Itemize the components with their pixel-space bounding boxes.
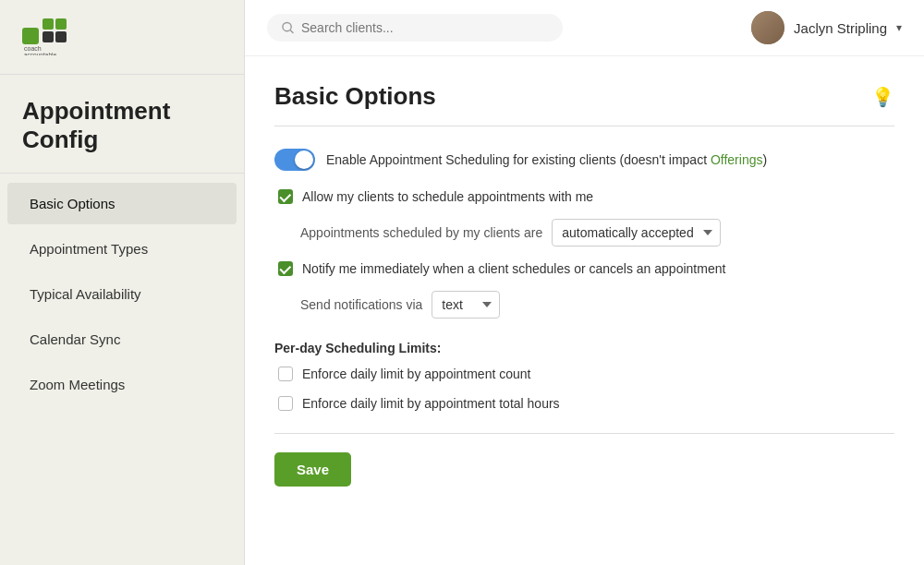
toggle-knob	[295, 150, 313, 169]
svg-rect-3	[43, 31, 54, 42]
svg-text:accountable: accountable	[24, 52, 56, 55]
per-day-title: Per-day Scheduling Limits:	[274, 341, 894, 355]
svg-rect-2	[55, 18, 67, 30]
enforce-count-label: Enforce daily limit by appointment count	[302, 367, 530, 381]
notify-label: Notify me immediately when a client sche…	[302, 261, 725, 276]
sidebar-item-calendar-sync[interactable]: Calendar Sync	[7, 319, 237, 360]
notify-row: Notify me immediately when a client sche…	[274, 261, 894, 276]
allow-clients-label: Allow my clients to schedule appointment…	[302, 189, 593, 204]
content-header: Basic Options 💡	[274, 82, 894, 111]
save-button[interactable]: Save	[274, 452, 351, 487]
sidebar-item-basic-options[interactable]: Basic Options	[7, 183, 237, 224]
sidebar-item-typical-availability[interactable]: Typical Availability	[7, 273, 237, 315]
enforce-hours-row: Enforce daily limit by appointment total…	[274, 396, 894, 411]
appointments-scheduled-dropdown[interactable]: automatically acceptedmanually acceptedp…	[552, 219, 721, 246]
enable-scheduling-toggle[interactable]	[274, 149, 315, 171]
sidebar-page-title: Appointment Config	[0, 75, 244, 174]
search-icon	[282, 21, 294, 34]
enforce-hours-checkbox[interactable]	[278, 396, 293, 411]
enable-scheduling-label: Enable Appointment Scheduling for existi…	[326, 152, 767, 167]
enable-label-after: )	[762, 152, 767, 167]
chevron-down-icon: ▾	[896, 21, 902, 34]
enable-label-before: Enable Appointment Scheduling for existi…	[326, 152, 711, 167]
avatar	[751, 11, 784, 44]
header-divider	[274, 126, 894, 126]
appointments-scheduled-label: Appointments scheduled by my clients are	[300, 225, 542, 240]
enforce-hours-label: Enforce daily limit by appointment total…	[302, 396, 560, 411]
enforce-count-row: Enforce daily limit by appointment count	[274, 367, 894, 381]
user-area[interactable]: Jaclyn Stripling ▾	[751, 11, 902, 44]
svg-line-8	[290, 30, 293, 33]
search-input[interactable]	[301, 20, 548, 35]
search-area[interactable]	[267, 14, 563, 42]
sidebar-item-zoom-meetings[interactable]: Zoom Meetings	[7, 364, 237, 405]
enforce-count-checkbox[interactable]	[278, 367, 293, 381]
svg-rect-1	[43, 18, 54, 30]
send-notifications-dropdown[interactable]: textemailboth	[432, 291, 500, 319]
footer-divider	[274, 433, 894, 434]
notify-checkbox[interactable]	[278, 261, 293, 276]
sidebar: coach accountable Appointment Config Bas…	[0, 0, 245, 565]
offerings-link[interactable]: Offerings	[711, 152, 763, 167]
per-day-checkboxes: Enforce daily limit by appointment count…	[274, 367, 894, 411]
main-content: Jaclyn Stripling ▾ Basic Options 💡 Enabl…	[245, 0, 924, 565]
logo-icon: coach accountable	[22, 18, 68, 55]
svg-rect-4	[55, 31, 67, 42]
page-title: Basic Options	[274, 82, 436, 111]
form-section: Enable Appointment Scheduling for existi…	[274, 149, 894, 411]
logo-area: coach accountable	[0, 0, 244, 75]
user-name: Jaclyn Stripling	[794, 20, 887, 36]
content-area: Basic Options 💡 Enable Appointment Sched…	[245, 56, 924, 565]
enable-scheduling-row: Enable Appointment Scheduling for existi…	[274, 149, 894, 171]
allow-clients-row: Allow my clients to schedule appointment…	[274, 189, 894, 204]
send-notifications-label: Send notifications via	[300, 297, 422, 312]
appointments-scheduled-row: Appointments scheduled by my clients are…	[274, 219, 894, 246]
avatar-image	[751, 11, 784, 44]
allow-clients-checkbox[interactable]	[278, 189, 293, 204]
send-notifications-row: Send notifications via textemailboth	[274, 291, 894, 319]
sidebar-nav: Basic OptionsAppointment TypesTypical Av…	[0, 174, 244, 415]
svg-rect-0	[22, 28, 39, 44]
svg-text:coach: coach	[24, 45, 42, 52]
sidebar-item-appointment-types[interactable]: Appointment Types	[7, 228, 237, 270]
header: Jaclyn Stripling ▾	[245, 0, 924, 56]
lightbulb-icon[interactable]: 💡	[871, 86, 894, 108]
per-day-section: Per-day Scheduling Limits: Enforce daily…	[274, 341, 894, 411]
